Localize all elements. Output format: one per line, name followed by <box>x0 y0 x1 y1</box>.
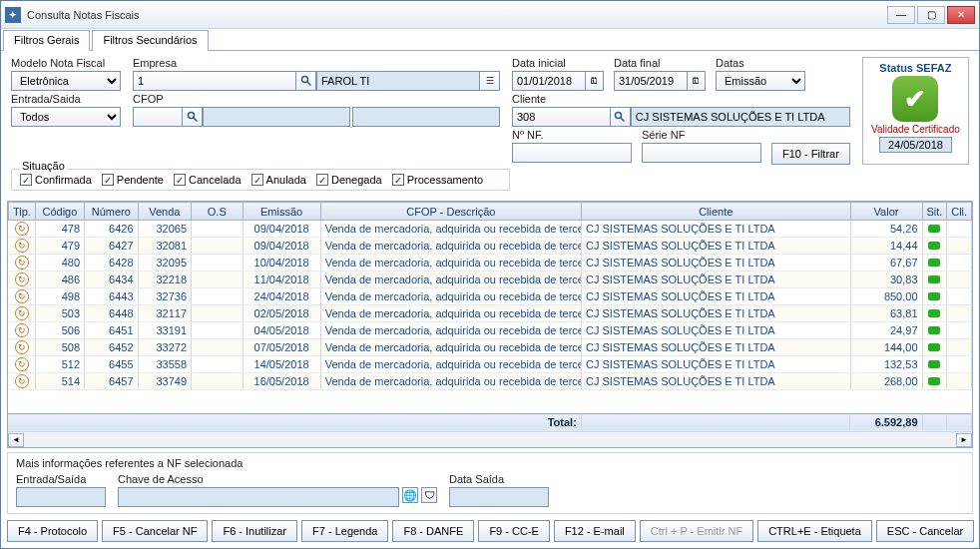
modelo-select[interactable]: Eletrônica <box>11 71 121 91</box>
row-type-icon: ↻ <box>15 273 29 286</box>
filtrar-button[interactable]: F10 - Filtrar <box>771 143 850 165</box>
cell-valor: 67,67 <box>850 255 922 272</box>
cell-valor: 24,97 <box>850 322 922 339</box>
col-codigo[interactable]: Código <box>35 203 84 221</box>
f7-legenda-button[interactable]: F7 - Legenda <box>301 520 388 542</box>
entrada-saida-select[interactable]: Todos <box>11 107 121 127</box>
tab-filtros-secundarios[interactable]: Filtros Secundários <box>92 30 208 51</box>
empresa-extra-button[interactable]: ☰ <box>480 71 500 91</box>
cell-cli <box>947 373 972 390</box>
cell-cli <box>947 255 972 272</box>
data-inicial-input[interactable] <box>512 71 586 91</box>
cfop-lookup-button[interactable] <box>183 107 203 127</box>
cell-cli <box>947 322 972 339</box>
col-cli[interactable]: Cli. <box>947 203 972 221</box>
titlebar[interactable]: ✦ Consulta Notas Fiscais — ▢ ✕ <box>1 1 979 29</box>
cell-cfop: Venda de mercadoria, adquirida ou recebi… <box>320 356 581 373</box>
f12-email-button[interactable]: F12 - E-mail <box>554 520 636 542</box>
cell-valor: 14,44 <box>850 238 922 255</box>
table-row[interactable]: ↻51464573374916/05/2018Venda de mercador… <box>9 373 972 390</box>
f6-inutilizar-button[interactable]: F6 - Inutilizar <box>212 520 297 542</box>
maximize-button[interactable]: ▢ <box>917 6 945 24</box>
col-tip[interactable]: Tip. <box>9 203 36 221</box>
cell-os <box>192 373 243 390</box>
col-cfop[interactable]: CFOP - Descrição <box>320 203 581 221</box>
empresa-code-input[interactable] <box>133 71 296 91</box>
cell-venda: 33272 <box>138 339 191 356</box>
col-emissao[interactable]: Emissão <box>243 203 320 221</box>
chk-confirmada[interactable]: ✓Confirmada <box>20 174 92 186</box>
col-venda[interactable]: Venda <box>138 203 191 221</box>
data-inicial-calendar-button[interactable]: 🗓 <box>586 71 604 91</box>
f5-cancelar-nf-button[interactable]: F5 - Cancelar NF <box>102 520 208 542</box>
cell-numero: 6428 <box>85 255 138 272</box>
f4-protocolo-button[interactable]: F4 - Protocolo <box>7 520 98 542</box>
table-row[interactable]: ↻51264553355814/05/2018Venda de mercador… <box>9 356 972 373</box>
data-final-calendar-button[interactable]: 🗓 <box>688 71 706 91</box>
col-sit[interactable]: Sit. <box>922 203 947 221</box>
table-row[interactable]: ↻50664513319104/05/2018Venda de mercador… <box>9 322 972 339</box>
table-row[interactable]: ↻48664343221811/04/2018Venda de mercador… <box>9 272 972 288</box>
cfop-code-input[interactable] <box>133 107 183 127</box>
ie-icon[interactable]: 🌐 <box>402 487 418 503</box>
cell-emissao: 07/05/2018 <box>243 339 320 356</box>
row-type-icon: ↻ <box>15 374 29 388</box>
cell-os <box>192 221 243 238</box>
cell-emissao: 02/05/2018 <box>243 305 320 322</box>
cell-numero: 6457 <box>85 373 138 390</box>
table-row[interactable]: ↻50864523327207/05/2018Venda de mercador… <box>9 339 972 356</box>
table-row[interactable]: ↻47864263206509/04/2018Venda de mercador… <box>9 221 972 238</box>
cell-codigo: 479 <box>35 238 84 255</box>
serie-input[interactable] <box>642 143 761 163</box>
chk-processamento[interactable]: ✓Processamento <box>392 174 483 186</box>
data-final-input[interactable] <box>614 71 688 91</box>
col-cliente[interactable]: Cliente <box>582 203 851 221</box>
nnf-input[interactable] <box>512 143 632 163</box>
total-label: Total: <box>8 414 581 431</box>
f8-danfe-button[interactable]: F8 - DANFE <box>392 520 474 542</box>
chk-cancelada[interactable]: ✓Cancelada <box>174 174 242 186</box>
row-type-icon: ↻ <box>15 222 29 236</box>
scroll-right-button[interactable]: ► <box>956 433 972 447</box>
esc-cancelar-button[interactable]: ESC - Cancelar <box>876 520 974 542</box>
chk-denegada[interactable]: ✓Denegada <box>316 174 382 186</box>
data-final-label: Data final <box>614 57 706 69</box>
chk-anulada[interactable]: ✓Anulada <box>251 174 306 186</box>
cell-venda: 32095 <box>138 255 191 272</box>
cell-os <box>192 339 243 356</box>
col-numero[interactable]: Número <box>85 203 138 221</box>
col-os[interactable]: O.S <box>192 203 243 221</box>
cfop-desc2-display <box>352 107 500 127</box>
col-valor[interactable]: Valor <box>850 203 922 221</box>
tab-filtros-gerais[interactable]: Filtros Gerais <box>3 30 90 51</box>
datas-select[interactable]: Emissão <box>716 71 805 91</box>
cfop-label: CFOP <box>133 93 500 105</box>
cell-cfop: Venda de mercadoria, adquirida ou recebi… <box>320 255 581 272</box>
results-grid[interactable]: Tip. Código Número Venda O.S Emissão CFO… <box>8 202 972 390</box>
cliente-lookup-button[interactable] <box>611 107 631 127</box>
table-row[interactable]: ↻48064283209510/04/2018Venda de mercador… <box>9 255 972 272</box>
f9-cce-button[interactable]: F9 - CC-E <box>478 520 550 542</box>
detail-entrada-saida-label: Entrada/Saída <box>16 473 106 485</box>
cliente-code-input[interactable] <box>512 107 611 127</box>
status-dot-icon <box>928 242 940 250</box>
shield-icon[interactable]: 🛡 <box>421 487 437 503</box>
table-row[interactable]: ↻47964273208109/04/2018Venda de mercador… <box>9 238 972 255</box>
empresa-lookup-button[interactable] <box>296 71 316 91</box>
cell-emissao: 04/05/2018 <box>243 322 320 339</box>
cell-numero: 6426 <box>85 221 138 238</box>
cell-numero: 6455 <box>85 356 138 373</box>
table-row[interactable]: ↻50364483211702/05/2018Venda de mercador… <box>9 305 972 322</box>
ctrlp-emitir-nf-button[interactable]: Ctrl + P - Emitir NF <box>640 520 753 542</box>
minimize-button[interactable]: — <box>887 6 915 24</box>
chk-pendente[interactable]: ✓Pendente <box>102 174 164 186</box>
table-row[interactable]: ↻49864433273624/04/2018Venda de mercador… <box>9 288 972 305</box>
close-button[interactable]: ✕ <box>947 6 975 24</box>
horizontal-scrollbar[interactable]: ◄ ► <box>8 431 972 447</box>
scroll-left-button[interactable]: ◄ <box>8 433 24 447</box>
empresa-label: Empresa <box>133 57 500 69</box>
status-dot-icon <box>928 225 940 233</box>
cell-venda: 32065 <box>138 221 191 238</box>
row-type-icon: ↻ <box>15 340 29 354</box>
ctrle-etiqueta-button[interactable]: CTRL+E - Etiqueta <box>757 520 872 542</box>
